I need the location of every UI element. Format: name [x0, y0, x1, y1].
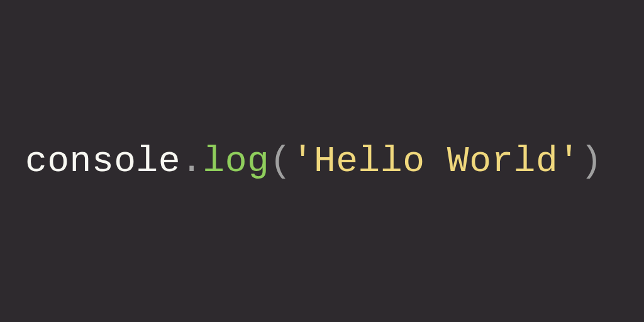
- code-open-paren: (: [269, 141, 291, 182]
- code-object: console: [25, 141, 180, 182]
- code-method: log: [203, 141, 269, 182]
- code-snippet: console.log('Hello World'): [25, 141, 602, 182]
- code-close-paren: ): [580, 141, 602, 182]
- code-dot: .: [180, 141, 203, 182]
- code-string: 'Hello World': [292, 141, 580, 182]
